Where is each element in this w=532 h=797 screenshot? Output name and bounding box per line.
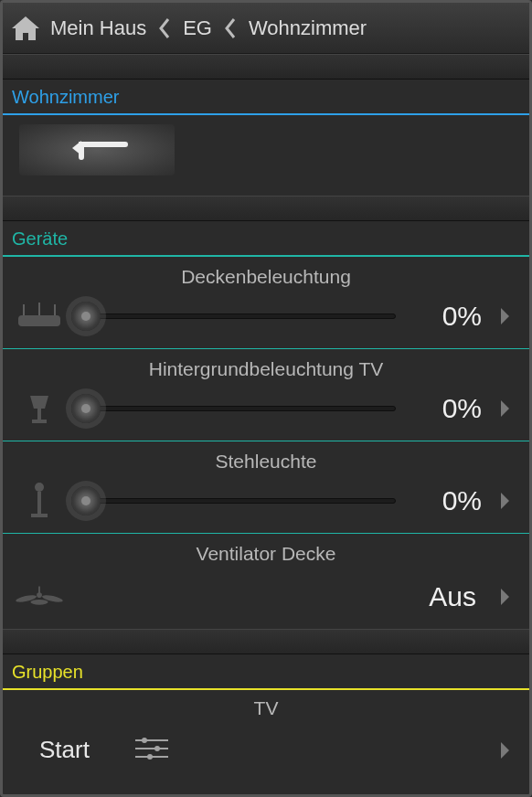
breadcrumb-level1[interactable]: EG <box>183 16 212 40</box>
svg-rect-5 <box>37 409 41 420</box>
slider-thumb[interactable] <box>71 302 101 331</box>
chevron-right-icon[interactable] <box>495 491 516 511</box>
chevron-right-icon[interactable] <box>495 587 516 607</box>
brightness-slider[interactable] <box>76 484 396 517</box>
device-label: Ventilator Decke <box>16 543 516 565</box>
svg-rect-6 <box>32 420 47 423</box>
device-value: 0% <box>409 485 482 516</box>
device-label: Stehleuchte <box>16 451 516 473</box>
svg-point-16 <box>142 738 147 743</box>
ceiling-light-icon <box>16 297 63 335</box>
breadcrumb-bar: Mein Haus EG Wohnzimmer <box>3 3 529 54</box>
scene-button[interactable] <box>19 124 175 175</box>
section-divider <box>3 54 529 80</box>
ceiling-fan-icon <box>16 578 63 616</box>
chevron-left-icon <box>155 17 174 39</box>
chevron-right-icon[interactable] <box>495 740 516 760</box>
group-row: TV Start <box>3 690 529 793</box>
chevron-left-icon <box>221 17 239 39</box>
breadcrumb-root[interactable]: Mein Haus <box>50 16 146 40</box>
chevron-right-icon[interactable] <box>495 398 516 419</box>
device-row: Ventilator Decke Aus <box>3 534 529 629</box>
slider-thumb[interactable] <box>71 486 101 515</box>
device-label: Hintergrundbeleuchtung TV <box>16 358 516 380</box>
return-arrow-icon <box>65 137 129 163</box>
group-label: TV <box>16 697 516 719</box>
device-value: 0% <box>409 393 482 424</box>
device-row: Stehleuchte 0% <box>3 441 529 534</box>
table-lamp-icon <box>16 389 63 428</box>
svg-point-11 <box>37 592 42 598</box>
svg-rect-0 <box>92 142 129 147</box>
device-row: Hintergrundbeleuchtung TV 0% <box>3 349 529 441</box>
section-divider <box>3 196 529 221</box>
svg-point-14 <box>30 600 48 605</box>
room-scene-row <box>3 115 529 196</box>
device-row: Deckenbeleuchtung 0% <box>3 257 529 349</box>
floor-lamp-icon <box>16 482 63 520</box>
svg-rect-9 <box>31 514 48 517</box>
device-value: 0% <box>409 301 482 332</box>
room-title: Wohnzimmer <box>3 80 529 115</box>
device-label: Deckenbeleuchtung <box>16 266 516 288</box>
breadcrumb-level2[interactable]: Wohnzimmer <box>249 16 367 40</box>
svg-point-7 <box>35 483 44 492</box>
start-button[interactable]: Start <box>16 727 113 773</box>
sliders-icon[interactable] <box>133 735 170 766</box>
device-value: Aus <box>429 581 476 612</box>
slider-thumb[interactable] <box>71 394 101 423</box>
svg-rect-4 <box>18 315 60 326</box>
svg-point-20 <box>147 754 153 760</box>
section-divider <box>3 629 529 654</box>
brightness-slider[interactable] <box>76 392 396 425</box>
svg-rect-8 <box>37 492 41 514</box>
home-icon[interactable] <box>10 15 41 42</box>
brightness-slider[interactable] <box>76 300 396 333</box>
groups-title: Gruppen <box>3 654 529 690</box>
svg-point-18 <box>154 746 160 751</box>
chevron-right-icon[interactable] <box>495 306 516 326</box>
devices-title: Geräte <box>3 221 529 257</box>
